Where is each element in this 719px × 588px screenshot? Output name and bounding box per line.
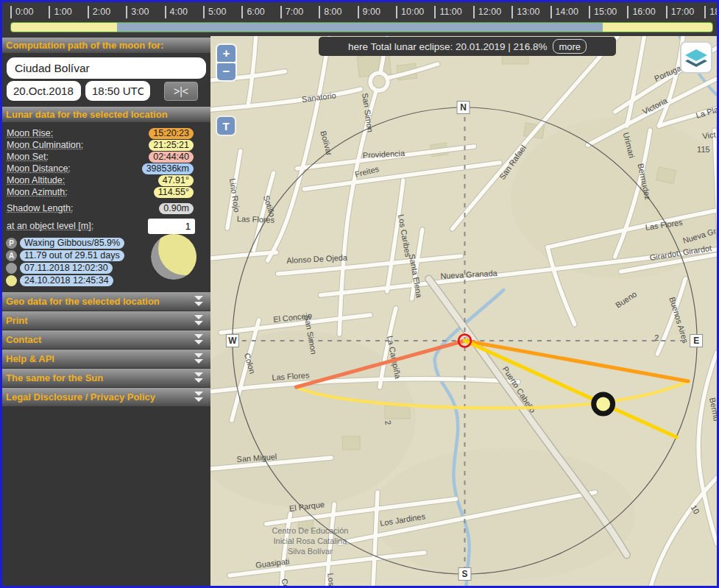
lunar-data-row: Moon Culmination:21:25:21	[2, 139, 210, 151]
timeline-tick: 4:00	[165, 6, 188, 19]
layers-icon	[685, 47, 707, 68]
street-label: Centro De Educación	[272, 526, 348, 535]
sidebar-section-geo-data-for-the-selected-location[interactable]: Geo data for the selected location	[2, 292, 210, 311]
street-label: Inicial Rosa Catalina	[274, 536, 348, 545]
compass-south: S	[458, 568, 471, 581]
eclipse-banner-text: here Total lunar eclipse: 20.01.2019 | 2…	[348, 41, 547, 52]
sidebar-section-legal-disclosure-privacy-policy[interactable]: Legal Disclosure / Privacy Policy	[2, 388, 210, 406]
street-label: Vict	[702, 130, 717, 141]
section-label: Help & API	[6, 353, 54, 364]
moon-dot-icon	[6, 275, 17, 286]
timeline-tick: 14:00	[550, 6, 578, 19]
map-canvas[interactable]: SanatorioSan SimonBolívarProvidenciaFrei…	[210, 36, 717, 586]
location-input[interactable]	[7, 57, 206, 79]
shadow-length-value: 0.90m	[159, 203, 194, 214]
date-input[interactable]	[7, 81, 81, 101]
sidebar-section-print[interactable]: Print	[2, 311, 210, 330]
timeline-tick: 9:00	[358, 6, 380, 19]
lunar-row-value: 15:20:23	[149, 128, 194, 139]
timeline-tick: 11:00	[434, 6, 461, 19]
lunar-row-label: Moon Rise:	[7, 128, 53, 138]
section-label: Contact	[6, 334, 41, 345]
timeline-tick: 6:00	[241, 6, 264, 19]
timeline-tick: 18:00	[704, 6, 717, 19]
timeline-tick: 13:00	[511, 6, 539, 19]
zoom-in-button[interactable]: +	[217, 45, 235, 62]
object-level-input[interactable]	[148, 219, 195, 234]
lunar-data-row: Moon Set:02:44:40	[2, 151, 210, 163]
lunar-row-value: 21:25:21	[149, 140, 194, 151]
zoom-control: + −	[216, 43, 237, 82]
lunar-rows: Moon Rise:15:20:23Moon Culmination:21:25…	[2, 127, 210, 198]
timeline-tick: 3:00	[126, 6, 149, 19]
lunar-row-label: Moon Altitude:	[7, 175, 65, 185]
phase-row-value: 11.79 out of 29.51 days	[20, 250, 124, 261]
section-label: Geo data for the selected location	[6, 296, 160, 307]
eclipse-banner: here Total lunar eclipse: 20.01.2019 | 2…	[319, 37, 616, 56]
timeline-tick: 2:00	[88, 6, 110, 19]
map-area[interactable]: SanatorioSan SimonBolívarProvidenciaFrei…	[210, 36, 717, 586]
timeline-tick: 7:00	[280, 6, 303, 19]
section-label: Legal Disclosure / Privacy Policy	[6, 392, 155, 403]
zoom-out-button[interactable]: −	[217, 63, 235, 80]
compass-west: W	[226, 335, 238, 347]
compass-north: N	[457, 102, 470, 114]
timeline-tick: 0:00	[10, 6, 33, 19]
timeline-tick: 5:00	[203, 6, 226, 19]
chevron-double-down-icon	[193, 391, 205, 409]
lunar-row-label: Moon Set:	[7, 152, 49, 162]
street-label: Silva Bolívar	[288, 547, 333, 556]
sidebar-section-contact[interactable]: Contact	[2, 330, 210, 349]
street-label: Los	[326, 573, 336, 586]
phase-p-icon: P	[6, 238, 17, 249]
timeline-tick: 10:00	[396, 6, 424, 19]
section-label: Print	[6, 315, 28, 326]
object-level-label: at an object level [m]:	[7, 221, 93, 231]
svg-text:E: E	[693, 336, 699, 346]
street-label: 115	[697, 145, 709, 154]
lunar-row-label: Moon Culmination:	[7, 140, 83, 150]
lunar-row-value: 398536km	[142, 163, 194, 174]
sidebar-section-the-same-for-the-sun[interactable]: The same for the Sun	[2, 369, 210, 387]
lunar-row-value: 114.55°	[154, 187, 194, 198]
street-label: Co	[280, 578, 291, 586]
lunar-row-label: Moon Azimuth:	[7, 187, 68, 197]
lunar-data-row: Moon Rise:15:20:23	[2, 127, 210, 139]
lunar-data-row: Moon Distance:398536km	[2, 163, 210, 174]
phase-row-value: 24.10.2018 12:45:34	[20, 275, 113, 286]
timeline-tick: 16:00	[627, 6, 655, 19]
layers-control[interactable]	[680, 41, 712, 74]
compass-east: E	[690, 335, 703, 347]
svg-text:N: N	[460, 102, 467, 113]
moon-position-marker	[594, 394, 613, 414]
terrain-toggle-button[interactable]: T	[217, 117, 235, 135]
phase-a-icon: A	[6, 250, 17, 261]
computation-header: Computation path of the moon for:	[2, 38, 210, 53]
sidebar-sections: Geo data for the selected locationPrintC…	[2, 292, 210, 406]
lunar-row-label: Moon Distance:	[7, 163, 71, 174]
svg-text:W: W	[228, 336, 237, 346]
shadow-length-row: Shadow Length: 0.90m	[2, 202, 210, 214]
center-map-button[interactable]: >|<	[164, 82, 198, 101]
lunar-row-value: 47.91°	[158, 175, 194, 186]
section-label: The same for the Sun	[6, 372, 103, 383]
timeline-tick: 17:00	[666, 6, 694, 19]
moon-phase-image	[151, 234, 196, 283]
time-input[interactable]	[85, 81, 150, 101]
svg-text:S: S	[462, 569, 468, 579]
shadow-length-label: Shadow Length:	[7, 203, 73, 213]
lunar-data-row: Moon Altitude:47.91°	[2, 174, 210, 186]
timeline-tick: 12:00	[473, 6, 501, 19]
lunar-row-value: 02:44:40	[149, 152, 194, 163]
app-window: 0:001:002:003:004:005:006:007:008:009:00…	[0, 0, 719, 588]
more-button[interactable]: more	[553, 39, 587, 54]
timeline-tick: 8:00	[319, 6, 341, 19]
moon-dot-icon	[6, 263, 17, 274]
time-slider[interactable]: 0:001:002:003:004:005:006:007:008:009:00…	[2, 2, 717, 36]
phase-row-value: Waxing Gibbous/85.9%	[20, 238, 124, 249]
object-level-row: at an object level [m]:	[2, 218, 210, 234]
lunar-data-row: Moon Azimuth:114.55°	[2, 186, 210, 198]
sidebar-section-help-api[interactable]: Help & API	[2, 350, 210, 368]
sidebar: Computation path of the moon for: >|< Lu…	[2, 36, 210, 586]
timeline-bar[interactable]	[10, 22, 713, 32]
